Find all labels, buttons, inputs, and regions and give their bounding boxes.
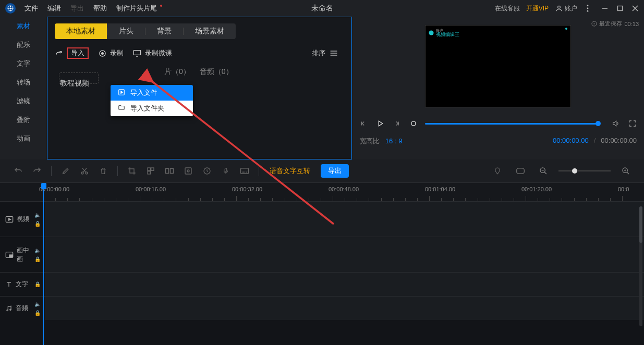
zoom-out-button[interactable] bbox=[536, 163, 551, 179]
zoom-knob[interactable] bbox=[572, 168, 577, 174]
undo-button[interactable] bbox=[10, 163, 26, 179]
zoom-slider[interactable] bbox=[558, 170, 611, 171]
sidebar-item-overlay[interactable]: 叠附 bbox=[0, 110, 47, 129]
menu-intro-outro[interactable]: 制作片头片尾 bbox=[112, 4, 162, 13]
ruler-label: 00:01:04.00 bbox=[425, 186, 455, 192]
more-icon[interactable] bbox=[584, 5, 591, 13]
account-menu[interactable]: 账户 bbox=[555, 4, 577, 13]
sort-button[interactable]: 排序 bbox=[312, 48, 344, 58]
sidebar-item-animation[interactable]: 动画 bbox=[0, 129, 47, 148]
track-audio-label: 音频 bbox=[16, 304, 28, 313]
track-body[interactable] bbox=[45, 202, 644, 237]
next-frame-button[interactable] bbox=[392, 118, 402, 129]
track-mute-icon[interactable]: 🔈 bbox=[34, 301, 42, 307]
preview-canvas[interactable]: 账户 视频编辑王 bbox=[425, 25, 571, 107]
scrollbar-thumb[interactable] bbox=[639, 206, 642, 243]
vip-link[interactable]: 开通VIP bbox=[526, 4, 549, 13]
export-button[interactable]: 导出 bbox=[321, 164, 349, 178]
voice-convert-button[interactable]: 语音文字互转 bbox=[265, 166, 314, 176]
import-folder-label: 导入文件夹 bbox=[130, 104, 164, 113]
watermark: 账户 视频编辑王 bbox=[429, 29, 459, 37]
track-body[interactable] bbox=[45, 273, 644, 296]
preview-panel: 最近保存 00:13 账户 视频编辑王 bbox=[352, 17, 644, 159]
close-icon[interactable] bbox=[631, 5, 639, 13]
tool-strip: 语音文字互转 导出 bbox=[0, 159, 644, 182]
subtab-local[interactable]: 本地素材 bbox=[55, 23, 107, 39]
online-service-link[interactable]: 在线客服 bbox=[495, 4, 520, 13]
sidebar-item-music[interactable]: 配乐 bbox=[0, 35, 47, 54]
delete-button[interactable] bbox=[95, 163, 111, 179]
track-lock-icon[interactable]: 🔒 bbox=[34, 310, 42, 316]
volume-button[interactable] bbox=[611, 118, 621, 129]
speed-button[interactable] bbox=[199, 163, 215, 179]
timeline-tracks: 视频 🔈🔒 画中画 🔈🔒 文字 🔒 音频 🔈🔒 bbox=[0, 201, 644, 345]
record-button[interactable]: 录制 bbox=[98, 48, 124, 58]
track-body[interactable] bbox=[45, 297, 644, 320]
crop-button[interactable] bbox=[124, 163, 140, 179]
track-lock-icon[interactable]: 🔒 bbox=[34, 256, 42, 262]
svg-rect-32 bbox=[171, 169, 174, 174]
split-button[interactable] bbox=[162, 163, 177, 179]
freeze-button[interactable] bbox=[180, 163, 196, 179]
fit-button[interactable] bbox=[513, 163, 528, 179]
zoom-controls bbox=[490, 163, 634, 179]
track-audio[interactable]: 音频 🔈🔒 bbox=[0, 296, 644, 320]
menu-edit[interactable]: 编辑 bbox=[43, 4, 66, 13]
sidebar-item-filter[interactable]: 滤镜 bbox=[0, 92, 47, 110]
mosaic-button[interactable] bbox=[143, 163, 159, 179]
track-body[interactable] bbox=[45, 237, 644, 272]
sidebar-item-material[interactable]: 素材 bbox=[0, 17, 47, 35]
svg-point-5 bbox=[8, 8, 9, 9]
stop-button[interactable] bbox=[408, 118, 419, 129]
redo-button[interactable] bbox=[29, 163, 45, 179]
pip-track-icon bbox=[5, 251, 14, 258]
tutorial-label[interactable]: 教程视频 bbox=[60, 79, 344, 88]
import-folder-item[interactable]: 导入文件夹 bbox=[111, 101, 193, 116]
edit-pen-button[interactable] bbox=[58, 163, 74, 179]
marker-button[interactable] bbox=[490, 163, 505, 179]
svg-rect-36 bbox=[225, 168, 227, 171]
playhead[interactable] bbox=[43, 183, 44, 345]
prev-frame-button[interactable] bbox=[358, 118, 369, 129]
zoom-in-button[interactable] bbox=[618, 163, 634, 179]
micro-lesson-button[interactable]: 录制微课 bbox=[133, 48, 172, 58]
record-icon bbox=[98, 49, 106, 57]
track-text[interactable]: 文字 🔒 bbox=[0, 272, 644, 296]
fullscreen-button[interactable] bbox=[627, 118, 638, 129]
mic-button[interactable] bbox=[218, 163, 234, 179]
import-button[interactable]: 导入 bbox=[55, 47, 89, 59]
svg-point-2 bbox=[10, 6, 11, 7]
sidebar-item-text[interactable]: 文字 bbox=[0, 54, 47, 73]
subtab-intro[interactable]: 片头 bbox=[107, 23, 145, 39]
import-file-item[interactable]: 导入文件 bbox=[111, 85, 193, 101]
tracks-scrollbar[interactable] bbox=[639, 206, 642, 326]
cut-button[interactable] bbox=[77, 163, 92, 179]
progress-bar[interactable] bbox=[425, 123, 598, 125]
preview-info: 宽高比 16 : 9 00:00:00.00 / 00:00:00.00 bbox=[358, 134, 638, 151]
menu-help[interactable]: 帮助 bbox=[89, 4, 112, 13]
subtitle-button[interactable] bbox=[237, 163, 252, 179]
play-button[interactable] bbox=[375, 118, 385, 129]
menu-export[interactable]: 导出 bbox=[66, 4, 89, 13]
track-mute-icon[interactable]: 🔈 bbox=[34, 248, 42, 253]
import-file-label: 导入文件 bbox=[130, 88, 157, 97]
progress-knob[interactable] bbox=[596, 121, 601, 126]
sidebar-item-transition[interactable]: 转场 bbox=[0, 73, 47, 92]
aspect-value[interactable]: 16 : 9 bbox=[385, 137, 403, 145]
svg-point-8 bbox=[587, 8, 588, 9]
subtab-bg[interactable]: 背景 bbox=[145, 23, 183, 39]
svg-rect-25 bbox=[412, 122, 416, 126]
track-video[interactable]: 视频 🔈🔒 bbox=[0, 201, 644, 237]
timeline-ruler[interactable]: 00:00:00.0000:00:16.0000:00:32.0000:00:4… bbox=[0, 182, 644, 201]
minimize-icon[interactable] bbox=[601, 5, 609, 13]
watermark-text: 视频编辑王 bbox=[436, 32, 459, 37]
app-logo-icon bbox=[5, 3, 16, 14]
track-lock-icon[interactable]: 🔒 bbox=[34, 281, 42, 287]
track-pip[interactable]: 画中画 🔈🔒 bbox=[0, 237, 644, 272]
track-mute-icon[interactable]: 🔈 bbox=[34, 212, 42, 218]
menu-file[interactable]: 文件 bbox=[20, 4, 43, 13]
save-timestamp: 最近保存 00:13 bbox=[591, 20, 639, 28]
track-lock-icon[interactable]: 🔒 bbox=[34, 221, 42, 227]
maximize-icon[interactable] bbox=[616, 5, 624, 13]
subtab-scene[interactable]: 场景素材 bbox=[184, 23, 236, 39]
